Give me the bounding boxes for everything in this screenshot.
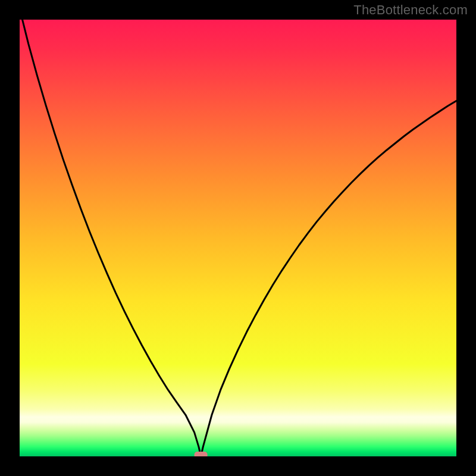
watermark-text: TheBottleneck.com bbox=[353, 2, 468, 18]
gradient-background bbox=[20, 20, 456, 456]
outer-frame: TheBottleneck.com bbox=[0, 0, 476, 476]
plot-area bbox=[20, 20, 456, 456]
min-marker bbox=[195, 452, 208, 456]
chart-svg bbox=[20, 20, 456, 456]
